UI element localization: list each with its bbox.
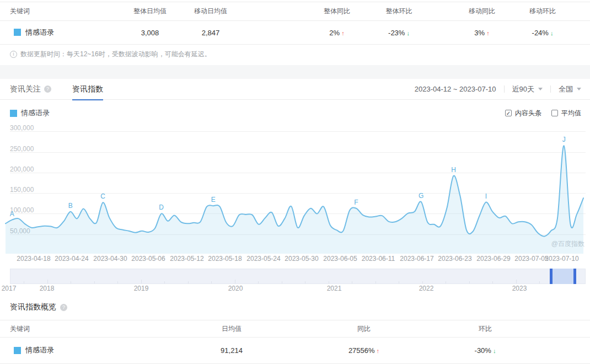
tab-news-index[interactable]: 资讯指数: [72, 79, 103, 100]
peak-marker-H: H: [451, 166, 456, 174]
slider-right-handle[interactable]: [573, 269, 576, 284]
up-arrow-icon: ↑: [341, 30, 345, 36]
slider-tick: [94, 281, 95, 283]
slider-selected-range[interactable]: [551, 269, 575, 284]
down-arrow-icon: ↓: [550, 30, 554, 36]
col-overall-daily: 整体日均值: [120, 7, 180, 16]
chart-controls: 2023-04-12 ~ 2023-07-10 近90天 全国: [415, 84, 581, 94]
peak-marker-I: I: [485, 192, 487, 200]
date-range-display[interactable]: 2023-04-12 ~ 2023-07-10: [415, 85, 496, 93]
summary-card: 关键词 整体日均值 移动日均值 整体同比 整体环比 移动同比 移动环比 情感语录…: [0, 0, 590, 65]
timeline-year-2019: 2019: [134, 285, 149, 292]
x-axis-tick-label: 2023-04-18: [17, 255, 50, 263]
checkbox-content-headline[interactable]: ✓ 内容头条: [505, 109, 541, 118]
yoy-value: 27556%↑: [320, 346, 408, 355]
x-axis-tick-label: 2023-05-12: [170, 255, 203, 263]
peak-marker-D: D: [159, 204, 164, 211]
col-daily-avg: 日均值: [143, 324, 320, 334]
checkbox-average[interactable]: 平均值: [551, 109, 581, 118]
overall-mom-value: -23%↓: [367, 29, 431, 37]
keyword-cell: 情感语录: [0, 28, 120, 38]
timeline-year-2020: 2020: [228, 285, 243, 292]
timeline-slider-track[interactable]: [10, 269, 586, 284]
col-overall-mom: 整体环比: [367, 7, 431, 16]
slider-tick: [539, 281, 540, 283]
x-axis-tick-label: 2023-07-05: [514, 255, 548, 263]
slider-left-handle[interactable]: [550, 269, 553, 284]
x-axis-tick-label: 2023-05-18: [208, 255, 242, 263]
legend-item-keyword[interactable]: 情感语录: [10, 108, 50, 118]
timeline-year-2017: 2017: [2, 285, 17, 292]
slider-tick: [282, 281, 282, 283]
col-overall-yoy: 整体同比: [307, 7, 367, 16]
timeline-year-2021: 2021: [327, 285, 342, 292]
col-keyword: 关键词: [0, 324, 143, 334]
timeline-year-2018: 2018: [40, 285, 55, 292]
slider-tick: [446, 281, 446, 283]
x-axis-tick-label: 2023-05-24: [246, 255, 280, 263]
keyword-cell: 情感语录: [0, 345, 143, 356]
peak-marker-F: F: [354, 199, 358, 206]
slider-tick: [24, 281, 24, 283]
slider-tick: [188, 281, 189, 283]
slider-tick: [235, 280, 235, 283]
peak-marker-G: G: [419, 192, 423, 200]
news-index-overview: 资讯指数概览 ? 关键词 日均值 同比 环比 情感语录 91,214 27556…: [0, 298, 590, 364]
legend-color-swatch: [10, 110, 17, 117]
slider-tick: [376, 281, 376, 283]
daily-avg-value: 91,214: [143, 346, 320, 355]
peak-marker-B: B: [68, 202, 73, 210]
keyword-label: 情感语录: [25, 28, 54, 38]
slider-tick: [47, 280, 48, 283]
chevron-down-icon: [577, 88, 581, 90]
mom-value: -30%↓: [408, 346, 562, 355]
overview-table-header: 关键词 日均值 同比 环比: [0, 320, 590, 338]
overview-table-row: 情感语录 91,214 27556%↑ -30%↓: [0, 338, 590, 364]
keyword-color-swatch: [14, 347, 21, 354]
slider-tick: [516, 280, 517, 283]
x-axis-tick-label: 2023-04-24: [55, 255, 88, 263]
slider-tick: [469, 281, 470, 283]
x-axis-tick-label: 2023-06-29: [476, 255, 510, 263]
col-keyword: 关键词: [0, 7, 120, 16]
down-arrow-icon: ↓: [493, 347, 496, 354]
divider: [550, 85, 551, 93]
keyword-label: 情感语录: [25, 345, 54, 355]
chevron-down-icon: [538, 88, 543, 90]
slider-tick: [164, 281, 165, 283]
col-mobile-daily: 移动日均值: [180, 7, 241, 16]
chart-tabbar: 资讯关注 ? 资讯指数 2023-04-12 ~ 2023-07-10 近90天…: [0, 79, 590, 100]
plot-area[interactable]: @百度指数 300,000250,000200,000150,000100,00…: [0, 124, 590, 254]
checkbox-unchecked-icon: [551, 110, 558, 116]
legend-row: 情感语录 ✓ 内容头条 平均值: [0, 108, 590, 119]
overall-daily-value: 3,008: [120, 29, 180, 37]
period-filter-dropdown[interactable]: 近90天: [512, 84, 543, 94]
x-axis-tick-label: 2023-05-30: [285, 255, 318, 263]
checkbox-checked-icon: ✓: [505, 110, 512, 116]
help-icon[interactable]: ?: [44, 85, 51, 93]
slider-tick: [258, 281, 259, 283]
overall-yoy-value: 2%↑: [307, 29, 367, 37]
slider-tick: [329, 281, 329, 283]
keyword-color-swatch: [14, 29, 21, 36]
x-axis-labels: 2023-04-182023-04-242023-04-302023-05-06…: [0, 255, 590, 264]
help-icon[interactable]: ?: [60, 304, 67, 311]
data-update-note: i 数据更新时间：每天12~16时，受数据波动影响，可能会有延迟。: [10, 50, 590, 59]
slider-tick: [352, 281, 352, 283]
col-mobile-mom: 移动环比: [512, 7, 573, 16]
slider-tick: [305, 281, 305, 283]
tab-news-attention[interactable]: 资讯关注 ?: [10, 79, 51, 100]
region-filter-dropdown[interactable]: 全国: [559, 84, 581, 94]
mobile-yoy-value: 3%↑: [452, 29, 512, 37]
up-arrow-icon: ↑: [486, 30, 490, 36]
x-axis-tick-label: 2023-06-23: [438, 255, 471, 263]
col-mobile-yoy: 移动同比: [452, 7, 512, 16]
section-divider-band: [0, 65, 590, 79]
mobile-mom-value: -24%↓: [512, 29, 573, 37]
up-arrow-icon: ↑: [377, 347, 380, 354]
news-index-area-chart: [0, 124, 590, 254]
summary-table-row: 情感语录 3,008 2,847 2%↑ -23%↓ 3%↑ -24%↓: [0, 21, 590, 45]
summary-table-header: 关键词 整体日均值 移动日均值 整体同比 整体环比 移动同比 移动环比: [0, 2, 590, 21]
slider-tick: [117, 281, 118, 283]
overview-title: 资讯指数概览 ?: [10, 302, 590, 312]
